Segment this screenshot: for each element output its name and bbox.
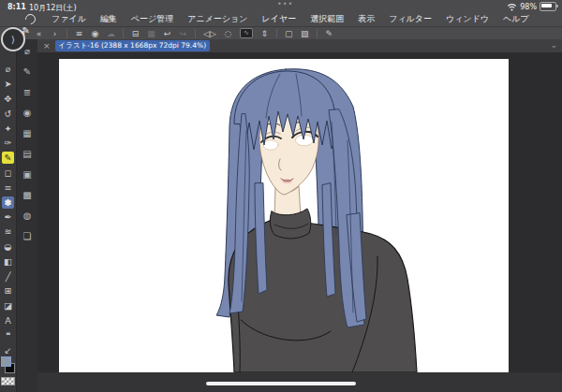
pen-tool[interactable]: ✎ <box>2 152 14 164</box>
transparent-color-swatch[interactable] <box>1 377 15 385</box>
zoom-tool[interactable]: ⌀ <box>0 62 16 77</box>
separator <box>276 29 277 38</box>
brush-tool[interactable]: ✽ <box>2 196 14 209</box>
home-indicator[interactable] <box>206 382 356 385</box>
lasso-select-tool[interactable]: ↺ <box>0 106 16 121</box>
multitask-dots-icon: ••• <box>277 0 293 8</box>
artwork-anime-girl <box>59 59 509 372</box>
deselect-icon[interactable]: ◌ <box>224 28 232 39</box>
undo-icon[interactable]: ↩ <box>163 28 171 39</box>
tab-close-icon[interactable]: × <box>43 40 51 51</box>
battery-tip <box>556 5 558 7</box>
view-eye-icon[interactable]: ◉ <box>91 28 99 39</box>
tab-list-chevron-icon[interactable]: ⌄ <box>550 40 557 50</box>
line-tool[interactable]: ╱ <box>0 269 16 283</box>
menu-items: ファイル編集ページ管理アニメーションレイヤー選択範囲表示フィルターウィンドウヘル… <box>52 13 529 25</box>
menu-file[interactable]: ファイル <box>52 13 86 25</box>
clip-studio-logo-icon[interactable] <box>23 12 37 26</box>
battery-icon <box>540 2 556 11</box>
menu-page-management[interactable]: ページ管理 <box>131 13 173 25</box>
menu-help[interactable]: ヘルプ <box>503 13 529 25</box>
pen-icon: ✎ <box>22 25 30 36</box>
tool-bar: ⌀➤✥↺✦✑✎◻≡✽✒≋◒◧╱⊞◪A❝↙ <box>0 39 17 392</box>
color-wheel-icon[interactable]: ◍ <box>17 205 37 225</box>
separator <box>123 29 124 38</box>
gradient-tool[interactable]: ◪ <box>0 298 16 313</box>
selection-mask-chip-icon[interactable]: ∿ <box>240 28 253 38</box>
wifi-icon <box>507 3 517 11</box>
ruler-tool[interactable]: ≡ <box>0 180 16 195</box>
battery-fill <box>541 4 552 7</box>
eyedropper-tool[interactable]: ✑ <box>0 136 16 151</box>
indicator-glyph: ⟩ <box>11 35 15 45</box>
crop-icon[interactable]: ▧ <box>301 28 309 39</box>
current-tool-indicator[interactable]: ⟩ ✎ <box>1 27 25 51</box>
menu-window[interactable]: ウィンドウ <box>446 13 489 25</box>
separator <box>317 29 318 38</box>
balloon-tool[interactable]: ❝ <box>0 327 16 342</box>
tool-list: ⌀➤✥↺✦✑✎◻≡✽✒≋◒◧╱⊞◪A❝↙ <box>0 62 16 357</box>
transform-icon[interactable]: ▢ <box>285 28 293 39</box>
collapse-panel-icon[interactable]: « <box>35 28 43 39</box>
flip-horizontal-icon[interactable]: ◁▷ <box>203 28 216 39</box>
palette-dock: ⌀✎≣◉▦▤▣▩◍❏ <box>17 39 37 392</box>
auto-select-tool[interactable]: ✦ <box>0 121 16 136</box>
tool-property-icon[interactable]: ≣ <box>17 81 37 102</box>
menu-selection[interactable]: 選択範囲 <box>310 13 344 25</box>
scale-rotate-icon[interactable]: ⇕ <box>260 28 269 39</box>
menu-bar: ファイル編集ページ管理アニメーションレイヤー選択範囲表示フィルターウィンドウヘル… <box>0 12 562 26</box>
layer-icon[interactable]: ❏ <box>17 225 37 246</box>
fill-tool[interactable]: ◧ <box>0 254 16 269</box>
operation-arrow-tool[interactable]: ↙ <box>0 342 16 357</box>
color-set-icon[interactable]: ▩ <box>17 184 37 205</box>
line-correction-pen-icon[interactable]: ✎ <box>325 28 333 39</box>
menu-edit[interactable]: 編集 <box>100 13 117 25</box>
menu-animation[interactable]: アニメーション <box>187 13 247 25</box>
document-tab[interactable]: イラスト-16 (2388 x 1668px 72dpi 79.4%) <box>55 40 211 51</box>
clip-studio-paint-screen: 8:11 10月12日(土) ••• 98% ファイル編集ページ管理アニメーショ… <box>0 0 562 392</box>
eye-left-sclera <box>263 140 278 150</box>
tab-bar: × イラスト-16 (2388 x 1668px 72dpi 79.4%) ⌄ <box>0 39 562 52</box>
ink-brush-tool[interactable]: ✒ <box>0 210 16 225</box>
text-tool[interactable]: A <box>0 313 16 328</box>
cloud-icon[interactable]: ☁ <box>107 28 115 39</box>
figure-tool[interactable]: ◻ <box>0 166 16 181</box>
canvas[interactable] <box>59 59 509 372</box>
airbrush-tool[interactable]: ≋ <box>0 225 16 240</box>
save-all-icon[interactable]: ▦ <box>147 28 155 39</box>
separator <box>67 29 67 38</box>
layer-property-icon[interactable]: ▤ <box>17 143 37 164</box>
command-bar: «▮«›≡◉☁⊟▦↩↪◁▷◌∿⇕▢▧✎ <box>0 26 562 39</box>
foreground-color-swatch[interactable] <box>1 356 11 367</box>
sub-tool-icon[interactable]: ✎ <box>17 61 37 81</box>
header: 8:11 10月12日(土) ••• 98% ファイル編集ページ管理アニメーショ… <box>0 0 562 26</box>
status-right: 98% <box>507 2 556 11</box>
main-menu-icon[interactable]: ≡ <box>75 28 83 39</box>
save-icon[interactable]: ⊟ <box>131 28 140 39</box>
expand-panel-icon[interactable]: › <box>51 28 59 39</box>
status-time: 8:11 <box>7 3 26 11</box>
frame-border-tool[interactable]: ⊞ <box>0 283 16 298</box>
brush-size-icon[interactable]: ◉ <box>17 102 37 123</box>
menu-layer[interactable]: レイヤー <box>262 13 297 25</box>
redo-icon[interactable]: ↪ <box>179 28 187 39</box>
object-tool[interactable]: ➤ <box>0 77 16 92</box>
separator <box>195 29 196 38</box>
menu-filter[interactable]: フィルター <box>389 13 432 25</box>
material-icon[interactable]: ▣ <box>17 164 37 184</box>
menu-view[interactable]: 表示 <box>358 13 375 25</box>
navigator-icon[interactable]: ▦ <box>17 123 37 143</box>
move-tool[interactable]: ✥ <box>0 92 16 107</box>
blend-tool[interactable]: ◒ <box>0 240 16 254</box>
battery-percent: 98% <box>520 3 537 11</box>
